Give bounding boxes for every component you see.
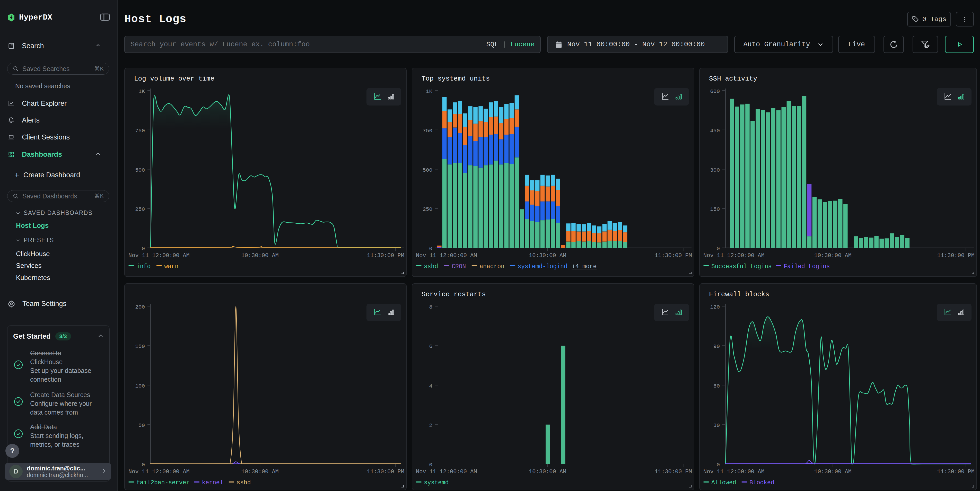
svg-text:11:30:00 PM: 11:30:00 PM: [937, 469, 975, 475]
svg-text:250: 250: [135, 207, 145, 212]
svg-text:warn: warn: [164, 263, 178, 270]
svg-text:11:30:00 PM: 11:30:00 PM: [937, 253, 975, 259]
svg-text:Nov 11 12:00:00 AM: Nov 11 12:00:00 AM: [703, 253, 765, 259]
svg-text:Nov 11 12:00:00 AM: Nov 11 12:00:00 AM: [416, 469, 477, 475]
svg-text:0: 0: [142, 462, 145, 468]
svg-text:1K: 1K: [426, 89, 433, 94]
svg-text:Nov 11 12:00:00 AM: Nov 11 12:00:00 AM: [129, 469, 190, 475]
svg-text:info: info: [137, 263, 151, 270]
svg-text:sshd: sshd: [424, 263, 438, 270]
svg-text:90: 90: [713, 343, 720, 350]
svg-text:300: 300: [710, 167, 720, 173]
svg-text:10:30:00 AM: 10:30:00 AM: [529, 469, 566, 475]
svg-text:10:30:00 AM: 10:30:00 AM: [814, 469, 851, 475]
svg-text:+4 more: +4 more: [572, 263, 597, 270]
svg-text:600: 600: [710, 89, 720, 94]
svg-text:11:30:00 PM: 11:30:00 PM: [655, 469, 692, 475]
svg-text:0: 0: [716, 246, 720, 252]
svg-text:kernel: kernel: [202, 480, 223, 486]
svg-text:8: 8: [429, 304, 432, 310]
svg-text:150: 150: [710, 207, 720, 212]
svg-text:1K: 1K: [138, 89, 145, 94]
svg-text:2: 2: [429, 423, 432, 429]
svg-text:50: 50: [138, 423, 145, 429]
svg-text:0: 0: [429, 246, 432, 252]
svg-text:Failed Logins: Failed Logins: [784, 263, 830, 270]
svg-text:60: 60: [713, 383, 720, 389]
svg-text:750: 750: [423, 128, 432, 134]
svg-text:150: 150: [135, 343, 145, 350]
svg-text:fail2ban-server: fail2ban-server: [137, 480, 190, 486]
svg-text:0: 0: [429, 462, 432, 468]
svg-text:CRON: CRON: [452, 263, 466, 270]
svg-text:11:30:00 PM: 11:30:00 PM: [367, 469, 404, 475]
svg-text:10:30:00 AM: 10:30:00 AM: [242, 469, 279, 475]
svg-text:Successful Logins: Successful Logins: [711, 263, 772, 270]
svg-text:4: 4: [429, 383, 432, 389]
svg-text:200: 200: [135, 304, 145, 310]
svg-text:30: 30: [713, 423, 720, 429]
svg-text:Allowed: Allowed: [711, 480, 736, 486]
svg-text:10:30:00 AM: 10:30:00 AM: [529, 253, 566, 259]
svg-text:450: 450: [710, 128, 720, 134]
svg-text:10:30:00 AM: 10:30:00 AM: [814, 253, 851, 259]
svg-text:250: 250: [423, 207, 432, 212]
svg-text:0: 0: [716, 462, 720, 468]
svg-text:Nov 11 12:00:00 AM: Nov 11 12:00:00 AM: [129, 253, 190, 259]
svg-text:systemd: systemd: [424, 480, 449, 486]
svg-text:systemd-logind: systemd-logind: [518, 263, 568, 270]
svg-text:120: 120: [710, 304, 720, 310]
svg-text:11:30:00 PM: 11:30:00 PM: [367, 253, 404, 259]
svg-text:11:30:00 PM: 11:30:00 PM: [655, 253, 692, 259]
svg-text:500: 500: [135, 167, 145, 173]
svg-text:Blocked: Blocked: [749, 480, 775, 486]
svg-text:6: 6: [429, 343, 432, 350]
svg-text:100: 100: [135, 383, 145, 389]
svg-text:sshd: sshd: [237, 480, 251, 486]
svg-text:10:30:00 AM: 10:30:00 AM: [242, 253, 279, 259]
svg-text:750: 750: [135, 128, 145, 134]
svg-text:Nov 11 12:00:00 AM: Nov 11 12:00:00 AM: [416, 253, 477, 259]
svg-text:Nov 11 12:00:00 AM: Nov 11 12:00:00 AM: [703, 469, 765, 475]
svg-text:500: 500: [423, 167, 432, 173]
svg-text:0: 0: [142, 246, 145, 252]
svg-text:anacron: anacron: [479, 263, 504, 270]
